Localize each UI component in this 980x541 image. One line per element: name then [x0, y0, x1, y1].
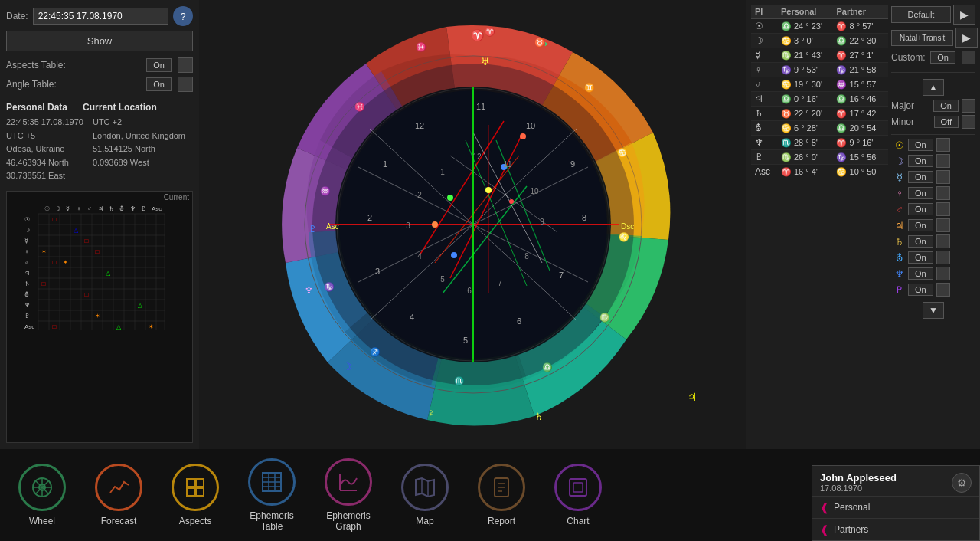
svg-text:♃: ♃ — [688, 391, 695, 403]
svg-text:△: △ — [138, 302, 143, 309]
custom-indicator — [962, 51, 975, 64]
nav-down-btn[interactable]: ▼ — [923, 302, 944, 319]
major-toggle-btn[interactable]: On — [933, 100, 959, 112]
svg-text:7: 7 — [498, 279, 502, 287]
svg-text:Asc: Asc — [152, 205, 162, 212]
nav-forecast[interactable]: Forecast — [92, 464, 145, 526]
chart-area: ♈ ⟶ ♅ ↗ ♃ ♅ ♇ ♃ ♂ ☉ ♃ ♄ ♀ ☽ ♆ ♇ ♄ — [199, 0, 746, 449]
jupiter-toggle-btn[interactable]: On — [908, 219, 933, 231]
svg-rect-174 — [570, 479, 586, 496]
nav-up-btn[interactable]: ▲ — [923, 79, 944, 96]
moon-toggle-btn[interactable]: On — [908, 155, 933, 167]
partners-chevron: ❰ — [820, 523, 829, 536]
sun-toggle-btn[interactable]: On — [908, 139, 933, 151]
saturn-toggle-btn[interactable]: On — [908, 235, 933, 248]
svg-text:12: 12 — [472, 152, 482, 161]
aspects-mini-table: Current ☉☽☿ ♀♂♃ ♄⛢♆ ♇Asc ☉ ☽ ☿ ♀ ♂ ♃ — [6, 191, 193, 443]
svg-point-104 — [520, 133, 526, 139]
nav-chart[interactable]: Chart — [551, 464, 605, 526]
svg-rect-159 — [196, 488, 204, 496]
svg-text:11: 11 — [503, 160, 512, 169]
svg-text:3: 3 — [374, 267, 379, 276]
nav-ephemeris-table[interactable]: EphemerisTable — [245, 458, 299, 532]
svg-text:□: □ — [85, 238, 89, 244]
svg-text:♀: ♀ — [24, 248, 29, 255]
user-personal-tab[interactable]: ❰ Personal — [812, 496, 979, 518]
sun-symbol: ☉ — [891, 139, 908, 151]
angle-table-toggle[interactable]: On — [146, 77, 172, 91]
user-settings-btn[interactable]: ⚙ — [952, 473, 972, 493]
nav-wheel[interactable]: Wheel — [15, 464, 69, 526]
svg-text:♆: ♆ — [305, 285, 313, 296]
user-partners-tab[interactable]: ❰ Partners — [812, 518, 979, 540]
default-preset-btn[interactable]: Default — [891, 6, 951, 23]
custom-toggle-btn[interactable]: On — [930, 51, 956, 64]
svg-text:⛢: ⛢ — [24, 291, 29, 298]
aspects-table-label: Aspects Table: — [6, 60, 140, 70]
report-icon — [478, 464, 525, 511]
pluto-toggle-btn[interactable]: On — [908, 284, 933, 296]
venus-toggle-btn[interactable]: On — [908, 187, 933, 199]
forecast-icon — [95, 464, 142, 511]
svg-text:☉: ☉ — [44, 205, 50, 212]
planet-symbol: ☽ — [751, 34, 777, 48]
svg-text:⛢: ⛢ — [119, 205, 124, 212]
minor-toggle-btn[interactable]: Off — [934, 116, 959, 128]
svg-text:✶: ✶ — [95, 313, 100, 320]
nav-ephemeris-graph[interactable]: EphemerisGraph — [322, 458, 375, 532]
personal-tab-label: Personal — [834, 502, 870, 513]
svg-text:12: 12 — [414, 121, 423, 130]
help-button[interactable]: ? — [173, 6, 193, 26]
planet-partner: ♎ 16 ° 46' — [832, 92, 888, 107]
svg-text:♆: ♆ — [24, 302, 30, 309]
neptune-toggle-btn[interactable]: On — [908, 267, 933, 280]
aspects-mini-svg: ☉☽☿ ♀♂♃ ♄⛢♆ ♇Asc ☉ ☽ ☿ ♀ ♂ ♃ ♄ ⛢ ♆ ♇ — [23, 203, 176, 330]
ephemeris-table-icon — [248, 458, 296, 506]
date-input[interactable] — [33, 8, 168, 25]
planet-personal: ♉ 22 ° 20' — [777, 107, 833, 121]
planet-personal: ♑ 9 ° 53' — [777, 63, 833, 77]
aspects-label: Aspects — [179, 516, 212, 526]
planet-partner: ♈ 27 ° 1' — [832, 48, 888, 63]
location-line4: 0.093689 West — [93, 156, 185, 170]
svg-text:♐: ♐ — [370, 346, 381, 357]
nav-aspects[interactable]: Aspects — [168, 464, 222, 526]
svg-text:Asc: Asc — [24, 323, 34, 330]
default-arrow-btn[interactable]: ▶ — [953, 5, 975, 25]
natal-transit-btn[interactable]: Natal+Transit — [891, 30, 953, 46]
mars-toggle-btn[interactable]: On — [908, 203, 933, 215]
planet-personal: ♋ 19 ° 30' — [777, 77, 833, 92]
svg-rect-156 — [187, 479, 194, 487]
svg-text:10: 10 — [525, 121, 534, 130]
saturn-symbol: ♄ — [891, 236, 908, 248]
svg-text:✶: ✶ — [63, 259, 68, 266]
planet-partner: ♑ 15 ° 56' — [832, 150, 888, 165]
show-button[interactable]: Show — [6, 31, 193, 51]
svg-text:♆: ♆ — [130, 205, 136, 212]
planet-personal: ♎ 24 ° 23' — [777, 19, 833, 34]
left-panel: Date: ? Show Aspects Table: On Angle Tab… — [0, 0, 199, 449]
wheel-label: Wheel — [29, 516, 55, 526]
svg-text:☉: ☉ — [24, 216, 30, 223]
custom-label: Custom: — [891, 52, 926, 63]
aspects-mini-label: Current — [164, 193, 189, 202]
aspects-table-toggle[interactable]: On — [146, 58, 172, 72]
personal-line3: Odesa, Ukraine — [6, 143, 83, 156]
aspects-table-indicator — [178, 57, 193, 73]
personal-line1: 22:45:35 17.08.1970 — [6, 116, 83, 130]
angle-table-label: Angle Table: — [6, 79, 140, 90]
map-icon — [401, 464, 449, 511]
nav-map[interactable]: Map — [398, 464, 452, 526]
jupiter-symbol: ♃ — [891, 220, 908, 231]
saturn-indicator — [936, 234, 950, 248]
svg-text:♄: ♄ — [24, 280, 30, 287]
uranus-toggle-btn[interactable]: On — [908, 251, 933, 264]
svg-rect-175 — [573, 483, 583, 492]
planet-symbol: ♃ — [751, 92, 777, 107]
natal-arrow-btn[interactable]: ▶ — [956, 28, 978, 48]
ephemeris-table-label: EphemerisTable — [250, 510, 293, 532]
svg-text:4: 4 — [417, 252, 422, 261]
chart-label: Chart — [567, 516, 589, 526]
nav-report[interactable]: Report — [475, 464, 528, 526]
mercury-toggle-btn[interactable]: On — [908, 171, 933, 183]
